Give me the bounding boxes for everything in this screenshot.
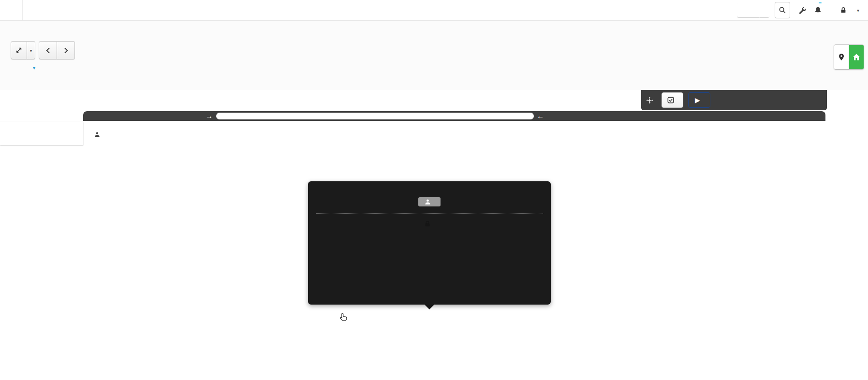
assignees-summary — [94, 121, 103, 148]
search-button[interactable] — [775, 2, 790, 18]
map-pin-button[interactable] — [834, 45, 849, 69]
timeline-scale[interactable] — [83, 21, 825, 90]
zoom-split-button: ▾ — [11, 41, 35, 59]
date-links: ▾ — [24, 63, 35, 71]
prev-button[interactable] — [39, 41, 57, 59]
multi-select-button[interactable] — [737, 2, 759, 18]
chevron-right-icon — [64, 47, 68, 54]
select-all-candidates-button[interactable] — [662, 92, 683, 108]
home-icon — [853, 53, 860, 61]
multi-select-split-button: ▾ — [737, 2, 769, 18]
app-logo[interactable] — [0, 0, 23, 20]
map-home-buttons — [834, 44, 864, 70]
top-navbar: ▾ ▾ — [0, 0, 868, 21]
date-dropdown[interactable]: ▾ — [33, 63, 35, 71]
expand-button[interactable] — [11, 41, 27, 59]
tooltip-separator — [316, 213, 543, 214]
task-tooltip — [308, 181, 551, 305]
optimization-horizon-bar: → ← — [83, 111, 825, 121]
search-icon — [779, 6, 786, 14]
horizon-left-arrow-icon[interactable]: → — [206, 111, 213, 121]
next-button[interactable] — [57, 41, 75, 59]
home-icon — [7, 129, 16, 138]
multi-select-banner: ▶ — [0, 90, 868, 111]
tooltip-assignee-badge — [418, 197, 441, 206]
expand-diagonal-icon — [15, 47, 22, 54]
move-arrows-icon — [646, 97, 653, 104]
navbar-right: ▾ ▾ — [737, 2, 868, 18]
horizon-right-arrow-icon[interactable]: ← — [537, 111, 544, 121]
checkbox-icon — [743, 7, 750, 14]
optimizer-panel: ▶ — [641, 90, 827, 110]
zoom-caret-button[interactable]: ▾ — [27, 41, 35, 59]
timeline-nav-buttons — [39, 41, 75, 59]
person-icon — [94, 132, 100, 137]
notifications-button[interactable] — [814, 6, 822, 14]
lock-icon — [840, 7, 847, 14]
version-badge — [819, 2, 822, 3]
optimizer-label — [646, 97, 657, 104]
lock-icon — [424, 220, 431, 227]
bell-icon — [814, 6, 822, 14]
person-icon — [425, 199, 431, 205]
app-screen: ▾ ▾ ▾ — [0, 0, 868, 380]
wrench-icon — [798, 6, 807, 15]
optimization-constraint-badge — [418, 219, 441, 229]
play-icon: ▶ — [695, 96, 700, 104]
checkbox-icon — [667, 97, 674, 103]
chevron-left-icon — [46, 47, 50, 54]
settings-wrench-button[interactable] — [798, 6, 807, 15]
multi-select-caret[interactable]: ▾ — [759, 2, 769, 18]
map-pin-icon — [838, 53, 845, 61]
timeline-header: ▾ ▾ — [0, 21, 868, 90]
group-header-france[interactable] — [0, 122, 83, 145]
optimization-horizon-handle[interactable] — [216, 113, 534, 119]
user-menu[interactable]: ▾ — [840, 7, 863, 14]
home-button[interactable] — [849, 45, 864, 69]
run-button[interactable]: ▶ — [688, 92, 710, 108]
